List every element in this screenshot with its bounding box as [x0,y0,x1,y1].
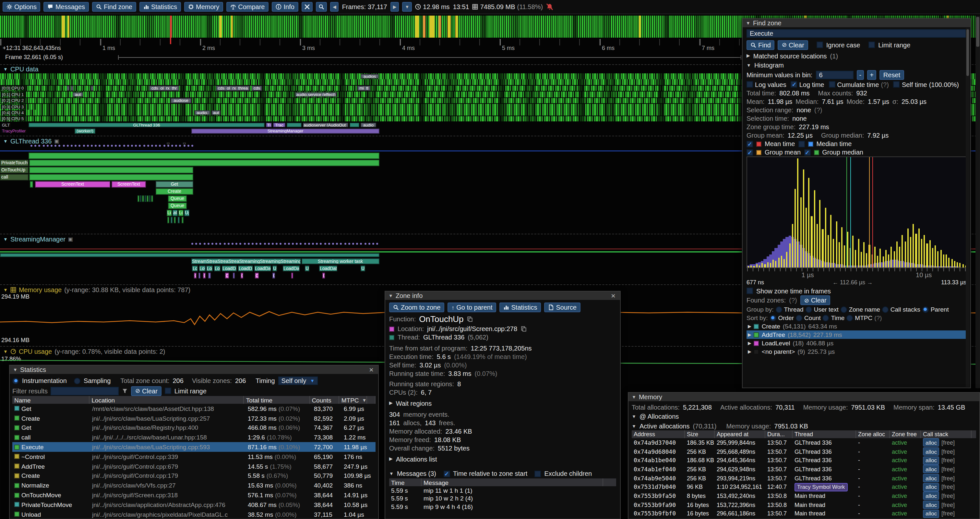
find-zone-scrollbar[interactable] [966,28,970,387]
found-zone-group-row[interactable]: ▶Create(54,131)643.34 ms [746,322,966,331]
tools-button[interactable] [302,2,313,12]
cpu-zone-bar[interactable]: audiose [170,98,191,103]
help-icon[interactable]: (?) [881,81,889,88]
streaming-zone-bar[interactable] [208,272,211,278]
sort-by-order[interactable] [770,315,776,321]
go-to-parent-button[interactable]: ↑Go to parent [447,302,496,312]
zone-bar[interactable] [146,195,148,201]
streaming-zone-bar[interactable]: LoadData [283,265,300,271]
zone-bar[interactable]: call [0,174,29,180]
column-header[interactable]: Address [632,430,685,438]
zone-bar[interactable] [181,217,183,223]
alloc-callstack-button[interactable]: alloc [923,474,939,482]
cpu-zone-bar[interactable] [67,86,69,91]
allocation-row[interactable]: 0x7553b9fa508 bytes153,492,240ns13:50.8M… [632,492,976,500]
table-row[interactable]: Createjni/../jni/src/claw/base/LuaScript… [12,414,375,423]
table-row[interactable]: AddTreejni/../jni/src/guif/Control.cpp:6… [12,462,375,471]
zone-bar[interactable]: OnTouchUp [0,167,29,173]
free-callstack-label[interactable]: [free] [942,501,955,508]
column-header[interactable]: MTPC▼ [339,396,375,404]
statistics-titlebar[interactable]: ▼ Statistics ✕ [10,366,378,374]
streaming-zone-bar[interactable]: C [272,272,275,278]
bin-plus-button[interactable]: + [867,70,876,80]
sort-by-time[interactable] [823,315,829,321]
fz-limit-range-checkbox[interactable] [869,42,875,48]
find-clear-button[interactable]: ⊘Clear [778,40,808,50]
streaming-zone-bar[interactable]: C [240,272,243,278]
cpu-data-header[interactable]: ▼CPU data [3,65,38,73]
streaming-header[interactable]: ▼StreamingManager▣ [3,236,73,243]
group-median-checkbox[interactable]: ✓ [804,149,810,155]
zone-bar[interactable]: ScreenText [35,181,110,187]
allocation-row[interactable]: 0x74a9d37040186.35 KB295,999,844ns13:50.… [632,438,976,447]
collapse-arrow-icon[interactable]: ▼ [389,471,394,476]
free-callstack-label[interactable]: [free] [942,493,955,499]
group-mean-checkbox[interactable]: ✓ [746,149,753,155]
cpu-zone-bar[interactable]: cds_ol_rx_thr [149,86,179,91]
streaming-zone-bar[interactable]: Ci [255,272,259,278]
zone-bar[interactable]: Loi [178,210,183,216]
allocation-row[interactable]: 0x74ab9e5040256 KB293,994,219ns13:50.7GL… [632,474,976,483]
mean-time-checkbox[interactable]: ✓ [746,141,753,147]
zone-bar[interactable] [142,195,144,201]
free-callstack-label[interactable]: [free] [942,484,955,490]
zone-bar[interactable]: Queue [168,195,187,201]
group-by-thread[interactable] [775,306,782,313]
zone-bar[interactable] [144,195,146,201]
column-header[interactable]: Dura... [765,430,792,438]
alloc-callstack-button[interactable]: alloc [923,465,939,474]
table-row[interactable]: calljni/../jni/../../../src/claw/base/Lu… [12,433,375,442]
allocation-row[interactable]: 0x74ab1ef040256 KB294,629,948ns13:50.7GL… [632,465,976,474]
table-row[interactable]: ~Controljni/../jni/src/guif/Control.cpp:… [12,452,375,462]
median-time-checkbox[interactable] [798,141,805,147]
collapsed-zones-marker[interactable]: ▽ [183,142,186,146]
cpu-zone-bar[interactable] [350,122,359,127]
zone-bar[interactable]: Up [184,210,189,216]
zone-bar[interactable] [170,217,172,223]
clear-filter-button[interactable]: ⊘Clear [131,386,162,396]
streaming-zone-bar[interactable] [233,272,235,278]
column-header[interactable]: Counts [310,396,339,404]
zone-bar[interactable] [29,167,193,173]
log-time-checkbox[interactable]: ✓ [791,81,797,88]
group-by-parent[interactable] [922,306,929,313]
column-header[interactable]: Location [89,396,244,404]
cumulate-time-checkbox[interactable] [829,81,835,88]
cpu-zone-bar[interactable]: audio.service (effect) [295,92,337,97]
column-header[interactable]: Size [685,430,715,438]
free-callstack-label[interactable]: [free] [942,439,955,446]
group-by-zone-name[interactable] [840,306,847,313]
bin-minus-button[interactable]: - [856,70,864,80]
column-header[interactable]: Call stack [921,430,972,438]
alloc-callstack-button[interactable]: alloc [923,456,939,465]
zone-bar[interactable] [29,160,379,166]
cpu-zone-bar[interactable]: StreamingManager [191,129,379,133]
collapsed-zones-marker[interactable]: ▽ [167,142,170,146]
zone-bar[interactable] [174,217,176,223]
table-row[interactable]: OnTouchMovejni/../jni/src/guif/Screen.cp… [12,490,375,500]
zone-bar[interactable] [178,217,180,223]
free-callstack-label[interactable]: [free] [942,466,955,473]
found-zone-group-row[interactable]: ▶AddTree(18,542)227.19 ms [746,331,966,339]
find-zone-histogram[interactable] [746,156,966,268]
cpu-zone-bar[interactable]: audios [361,73,379,78]
zone-bar[interactable]: Create [156,188,193,195]
table-row[interactable]: Get/mnt/e/claw/src/claw/base/AssetDict.h… [12,404,375,414]
zone-bar[interactable] [151,195,153,201]
zone-bar[interactable] [29,153,379,159]
cpu-usage-header[interactable]: ▼CPU usage(y-range: 0.78%, visible data … [3,348,165,355]
close-icon[interactable]: ✕ [368,366,375,373]
find-zone-scrollbar-thumb[interactable] [966,29,969,76]
cpu-zone-bar[interactable] [287,122,302,127]
log-values-checkbox[interactable] [746,81,753,88]
streaming-zone-bar[interactable] [199,272,200,278]
pin-icon[interactable]: ▣ [54,138,59,144]
memory-titlebar[interactable]: ▼ Memory [628,393,979,401]
table-row[interactable]: PrivateTouchMovejni/../jni/src/claw/appl… [12,500,375,509]
next-frame-button[interactable]: ▶ [390,2,399,12]
exclude-children-checkbox[interactable] [535,470,541,477]
zone-bar[interactable] [137,195,139,201]
find-zone-button[interactable]: Find zone [92,2,136,12]
cpu-zone-bar[interactable]: Ti [266,122,272,127]
pin-icon[interactable]: ▣ [68,236,73,242]
